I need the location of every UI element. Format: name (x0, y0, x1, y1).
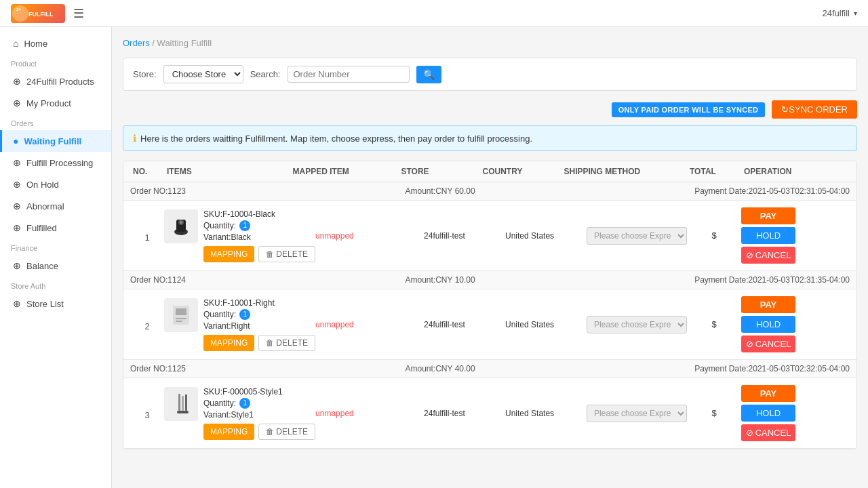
hamburger-icon[interactable]: ☰ (73, 6, 84, 21)
country-cell-1: United States (505, 231, 587, 241)
order-payment-date-1125: Payment Date:2021-05-03T02:32:05-04:00 (694, 364, 850, 373)
chevron-down-icon: ▾ (854, 9, 857, 17)
ops-cell-3: PAY HOLD ⊘ CANCEL (741, 385, 850, 441)
mapping-button-3[interactable]: MAPPING (203, 424, 254, 440)
circle-plus-icon-1: ⊕ (13, 76, 21, 87)
cancel-button-2[interactable]: ⊘ CANCEL (741, 336, 795, 352)
item-info-3: SKU:F-000005-Style1 Quantity: 1 Variant:… (203, 387, 315, 440)
circle-active-icon: ● (13, 136, 18, 146)
sidebar-item-my-product[interactable]: ⊕ My Product (0, 92, 111, 114)
svg-rect-11 (178, 394, 180, 411)
sidebar-item-24fulfill-products-label: 24Fulfill Products (26, 77, 94, 87)
order-group-1125: Order NO:1125 Amount:CNY 40.00 Payment D… (123, 360, 856, 449)
search-button[interactable]: 🔍 (416, 66, 441, 83)
sidebar-item-waiting-fulfill-label: Waiting Fulfill (24, 136, 81, 146)
sync-bar: ONLY PAID ORDER WILL BE SYNCED ↻SYNC ORD… (123, 100, 857, 119)
svg-text:24: 24 (16, 7, 21, 12)
hold-button-1[interactable]: HOLD (741, 227, 795, 244)
order-no-1124: Order NO:1124 (130, 275, 186, 285)
total-cell-1: $ (687, 230, 741, 241)
cancel-label-1: CANCEL (755, 250, 791, 260)
svg-text:FULFILL: FULFILL (28, 11, 54, 18)
sidebar-item-waiting-fulfill[interactable]: ● Waiting Fulfill (0, 130, 111, 152)
action-buttons-3: MAPPING 🗑 DELETE (203, 424, 315, 440)
delete-button-2[interactable]: 🗑 DELETE (258, 335, 315, 351)
order-group-1124: Order NO:1124 Amount:CNY 10.00 Payment D… (123, 271, 856, 360)
mapping-button-1[interactable]: MAPPING (203, 246, 254, 262)
sidebar-item-24fulfill-products[interactable]: ⊕ 24Fulfill Products (0, 70, 111, 92)
cancel-button-1[interactable]: ⊘ CANCEL (741, 247, 795, 264)
sidebar-item-store-list[interactable]: ⊕ Store List (0, 293, 111, 314)
delete-label-2: DELETE (276, 338, 308, 348)
circle-plus-icon-2: ⊕ (13, 98, 21, 108)
sidebar-item-home-label: Home (24, 39, 47, 49)
hold-button-3[interactable]: HOLD (741, 405, 795, 422)
th-no: NO. (130, 167, 164, 176)
order-group-header-1125: Order NO:1125 Amount:CNY 40.00 Payment D… (123, 360, 856, 378)
delete-button-3[interactable]: 🗑 DELETE (258, 424, 315, 440)
main-content: Orders / Waitting Fulfill Store: Choose … (112, 27, 868, 488)
breadcrumb-parent[interactable]: Orders (123, 38, 150, 48)
item-image-1 (164, 209, 198, 243)
trash-icon-3: 🗑 (266, 427, 274, 436)
express-select-2[interactable]: Please choose Express Method (587, 316, 687, 333)
sidebar-item-abnormal[interactable]: ⊕ Abnormal (0, 195, 111, 217)
pay-button-3[interactable]: PAY (741, 385, 795, 402)
cancel-label-2: CANCEL (755, 339, 791, 349)
search-input[interactable] (288, 66, 410, 83)
item-variant-1: Variant:Black (203, 232, 315, 242)
th-mapped-item: MAPPED ITEM (290, 167, 399, 176)
sidebar-item-fulfill-processing[interactable]: ⊕ Fulfill Processing (0, 152, 111, 174)
store-cell-3: 24fulfill-test (424, 409, 505, 418)
pay-button-1[interactable]: PAY (741, 207, 795, 224)
circle-plus-icon-3: ⊕ (13, 157, 21, 168)
trash-icon-2: 🗑 (266, 338, 274, 348)
store-cell-1: 24fulfill-test (424, 231, 505, 241)
breadcrumb: Orders / Waitting Fulfill (123, 38, 857, 48)
express-select-3[interactable]: Please choose Express Method (587, 405, 687, 422)
delete-label-3: DELETE (276, 427, 308, 436)
shipping-cell-1: Please choose Express Method (587, 227, 687, 245)
mapping-button-2[interactable]: MAPPING (203, 335, 254, 351)
express-select-1[interactable]: Please choose Express Method (587, 227, 687, 245)
store-select[interactable]: Choose Store (163, 65, 243, 83)
main-layout: ⌂ Home Product ⊕ 24Fulfill Products ⊕ My… (0, 27, 868, 488)
th-total: TOTAL (687, 167, 741, 176)
order-amount-1125: Amount:CNY 40.00 (406, 364, 475, 373)
item-qty-1: Quantity: 1 (203, 220, 315, 231)
pay-button-2[interactable]: PAY (741, 296, 795, 313)
order-no-1125: Order NO:1125 (130, 364, 186, 373)
search-label: Search: (250, 69, 281, 79)
table-row: 1 SKU:F-10004-Bl (123, 201, 856, 270)
mapped-cell-1: unmapped (315, 231, 424, 241)
row-number-2: 2 (130, 317, 164, 331)
sidebar-item-home[interactable]: ⌂ Home (0, 33, 111, 54)
item-info-2: SKU:F-10001-Right Quantity: 1 Variant:Ri… (203, 298, 315, 351)
item-cell-2: SKU:F-10001-Right Quantity: 1 Variant:Ri… (164, 298, 315, 351)
item-cell-1: SKU:F-10004-Black Quantity: 1 Variant:Bl… (164, 209, 315, 262)
sync-note: ONLY PAID ORDER WILL BE SYNCED (612, 102, 766, 117)
circle-plus-icon-8: ⊕ (13, 298, 21, 309)
sidebar: ⌂ Home Product ⊕ 24Fulfill Products ⊕ My… (0, 27, 112, 488)
breadcrumb-separator: / (152, 38, 157, 48)
cancel-button-3[interactable]: ⊘ CANCEL (741, 424, 795, 441)
sidebar-item-on-hold[interactable]: ⊕ On Hold (0, 174, 111, 195)
delete-button-1[interactable]: 🗑 DELETE (258, 246, 315, 262)
user-menu[interactable]: 24fulfill ▾ (823, 8, 857, 18)
svg-rect-14 (177, 411, 189, 413)
th-items: ITEMS (164, 167, 290, 176)
sidebar-item-on-hold-label: On Hold (26, 180, 59, 190)
sidebar-item-fulfilled[interactable]: ⊕ Fulfilled (0, 217, 111, 239)
user-label: 24fulfill (823, 8, 850, 18)
hold-button-2[interactable]: HOLD (741, 316, 795, 333)
country-cell-2: United States (505, 320, 587, 329)
row-number-3: 3 (130, 406, 164, 420)
circle-plus-icon-7: ⊕ (13, 260, 21, 271)
sidebar-item-balance[interactable]: ⊕ Balance (0, 255, 111, 277)
logo-image: 24 FULFILL (11, 4, 65, 23)
sidebar-item-balance-label: Balance (26, 261, 58, 271)
qty-badge-1: 1 (239, 220, 250, 231)
sync-order-button[interactable]: ↻SYNC ORDER (772, 100, 857, 119)
delete-label-1: DELETE (276, 249, 308, 259)
shipping-cell-3: Please choose Express Method (587, 405, 687, 422)
